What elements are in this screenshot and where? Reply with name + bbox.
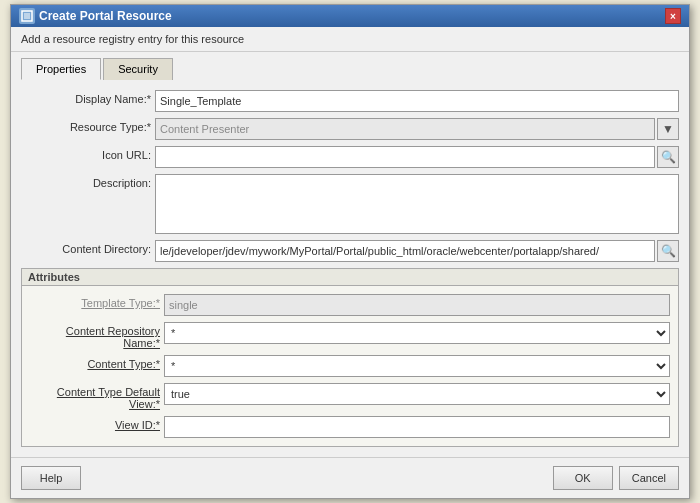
search-icon-2: 🔍 [661, 244, 676, 258]
icon-url-row: Icon URL: 🔍 [21, 146, 679, 168]
template-type-row: Template Type:* [30, 294, 670, 316]
dialog-subtitle: Add a resource registry entry for this r… [11, 27, 689, 52]
template-type-label: Template Type:* [30, 294, 160, 309]
dialog-icon [19, 8, 35, 24]
view-id-label: View ID:* [30, 416, 160, 431]
attributes-legend: Attributes [22, 269, 678, 286]
content-type-default-view-select[interactable]: true false [164, 383, 670, 405]
content-repo-row: Content Repository Name:* * [30, 322, 670, 349]
footer-right: OK Cancel [553, 466, 679, 490]
content-repo-select[interactable]: * [164, 322, 670, 344]
content-directory-container: 🔍 [155, 240, 679, 262]
content-directory-label: Content Directory: [21, 240, 151, 255]
view-id-input[interactable] [164, 416, 670, 438]
description-label: Description: [21, 174, 151, 189]
resource-type-input [155, 118, 655, 140]
create-portal-resource-dialog: Create Portal Resource × Add a resource … [10, 4, 690, 499]
icon-url-input[interactable] [155, 146, 655, 168]
content-directory-row: Content Directory: 🔍 [21, 240, 679, 262]
template-type-input [164, 294, 670, 316]
dialog-title: Create Portal Resource [39, 9, 172, 23]
tab-properties[interactable]: Properties [21, 58, 101, 80]
close-button[interactable]: × [665, 8, 681, 24]
tab-content-properties: Display Name:* Resource Type:* ▼ Icon UR… [11, 80, 689, 457]
dropdown-arrow-icon: ▼ [662, 122, 674, 136]
content-type-default-view-label: Content Type Default View:* [30, 383, 160, 410]
icon-url-container: 🔍 [155, 146, 679, 168]
description-input[interactable] [155, 174, 679, 234]
content-repo-label: Content Repository Name:* [30, 322, 160, 349]
tabs-container: Properties Security [11, 52, 689, 80]
search-icon: 🔍 [661, 150, 676, 164]
content-type-select[interactable]: * [164, 355, 670, 377]
view-id-row: View ID:* [30, 416, 670, 438]
resource-type-container: ▼ [155, 118, 679, 140]
resource-type-row: Resource Type:* ▼ [21, 118, 679, 140]
content-type-row: Content Type:* * [30, 355, 670, 377]
cancel-button[interactable]: Cancel [619, 466, 679, 490]
form-section: Display Name:* Resource Type:* ▼ Icon UR… [21, 90, 679, 262]
tab-security[interactable]: Security [103, 58, 173, 80]
display-name-row: Display Name:* [21, 90, 679, 112]
display-name-label: Display Name:* [21, 90, 151, 105]
title-bar-left: Create Portal Resource [19, 8, 172, 24]
svg-rect-1 [24, 13, 30, 19]
attributes-content: Template Type:* Content Repository Name:… [22, 286, 678, 446]
content-directory-search-btn[interactable]: 🔍 [657, 240, 679, 262]
content-type-default-view-row: Content Type Default View:* true false [30, 383, 670, 410]
display-name-input[interactable] [155, 90, 679, 112]
help-button[interactable]: Help [21, 466, 81, 490]
title-bar: Create Portal Resource × [11, 5, 689, 27]
icon-url-label: Icon URL: [21, 146, 151, 161]
ok-button[interactable]: OK [553, 466, 613, 490]
icon-url-search-btn[interactable]: 🔍 [657, 146, 679, 168]
content-directory-input[interactable] [155, 240, 655, 262]
resource-type-dropdown-btn[interactable]: ▼ [657, 118, 679, 140]
dialog-footer: Help OK Cancel [11, 457, 689, 498]
content-type-label: Content Type:* [30, 355, 160, 370]
resource-type-label: Resource Type:* [21, 118, 151, 133]
attributes-group: Attributes Template Type:* Content Repos… [21, 268, 679, 447]
description-row: Description: [21, 174, 679, 234]
